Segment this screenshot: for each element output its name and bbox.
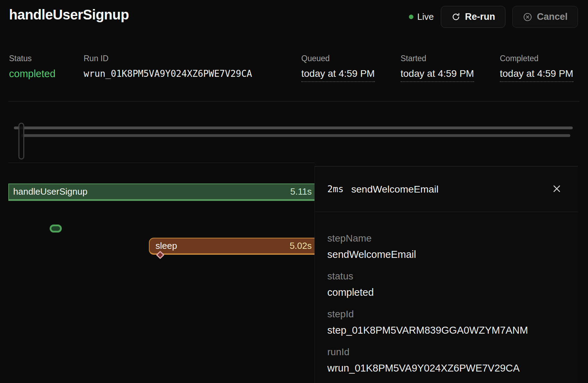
step-detail-fields: stepName sendWelcomeEmail status complet…	[315, 212, 578, 374]
cancel-button[interactable]: Cancel	[512, 6, 578, 28]
field-value: step_01K8PM5VARM839GGA0WZYM7ANM	[327, 324, 562, 336]
meta-queued-value: today at 4:59 PM	[301, 68, 375, 82]
meta-run-id: Run ID wrun_01K8PM5VA9Y024XZ6PWE7V29CA	[84, 54, 252, 80]
field-label: stepId	[327, 308, 562, 320]
span-duration: 5.02s	[289, 241, 314, 251]
field-value: completed	[327, 286, 562, 299]
close-icon	[552, 184, 562, 195]
waterfall-divider	[8, 163, 314, 163]
span-bar-sleep[interactable]: sleep 5.02s	[149, 238, 314, 255]
step-pill-sendWelcomeEmail[interactable]	[50, 225, 62, 233]
minimap-brush-handle[interactable]	[18, 123, 24, 160]
meta-status-value: completed	[9, 68, 56, 80]
live-label: Live	[417, 11, 434, 22]
header-divider	[8, 101, 580, 101]
span-duration: 5.11s	[290, 186, 314, 197]
live-indicator: Live	[409, 11, 434, 22]
field-label: runId	[327, 346, 562, 358]
page-title: handleUserSignup	[9, 7, 129, 23]
close-panel-button[interactable]	[551, 183, 563, 195]
meta-started-label: Started	[401, 54, 474, 63]
field-value: wrun_01K8PM5VA9Y024XZ6PWE7V29CA	[327, 362, 562, 374]
meta-queued: Queued today at 4:59 PM	[301, 54, 375, 82]
minimap-span-bar-2	[21, 134, 570, 137]
meta-started-value: today at 4:59 PM	[401, 68, 474, 82]
field-stepId: stepId step_01K8PM5VARM839GGA0WZYM7ANM	[327, 308, 562, 336]
field-label: status	[327, 270, 562, 282]
meta-completed: Completed today at 4:59 PM	[500, 54, 573, 82]
span-bar-handleUserSignup[interactable]: handleUserSignup 5.11s	[8, 184, 314, 201]
meta-completed-value: today at 4:59 PM	[500, 68, 573, 82]
meta-status-label: Status	[9, 54, 56, 63]
rerun-button[interactable]: Re-run	[441, 6, 505, 28]
refresh-icon	[451, 12, 461, 22]
field-status: status completed	[327, 270, 562, 299]
timeline-minimap[interactable]	[0, 104, 588, 163]
field-label: stepName	[327, 232, 562, 244]
workflow-run-page: handleUserSignup Live Re-run Cancel Stat…	[0, 0, 588, 383]
step-title: sendWelcomeEmail	[351, 184, 438, 195]
field-stepName: stepName sendWelcomeEmail	[327, 232, 562, 261]
meta-status: Status completed	[9, 54, 56, 80]
field-value: sendWelcomeEmail	[327, 248, 562, 261]
meta-completed-label: Completed	[500, 54, 573, 63]
step-detail-header: 2ms sendWelcomeEmail	[315, 166, 578, 212]
span-name: sleep	[150, 241, 177, 251]
meta-run-id-value: wrun_01K8PM5VA9Y024XZ6PWE7V29CA	[84, 68, 252, 80]
step-detail-panel: 2ms sendWelcomeEmail stepName sendWelcom…	[314, 166, 578, 383]
rerun-button-label: Re-run	[465, 11, 495, 22]
field-runId: runId wrun_01K8PM5VA9Y024XZ6PWE7V29CA	[327, 346, 562, 374]
step-duration: 2ms	[327, 184, 344, 194]
meta-started: Started today at 4:59 PM	[401, 54, 474, 82]
meta-queued-label: Queued	[301, 54, 375, 63]
span-name: handleUserSignup	[9, 186, 87, 197]
meta-run-id-label: Run ID	[84, 54, 252, 63]
cancel-button-label: Cancel	[537, 11, 568, 22]
minimap-span-bar-1	[14, 127, 573, 129]
live-dot-icon	[409, 15, 413, 19]
circle-x-icon	[523, 12, 532, 22]
